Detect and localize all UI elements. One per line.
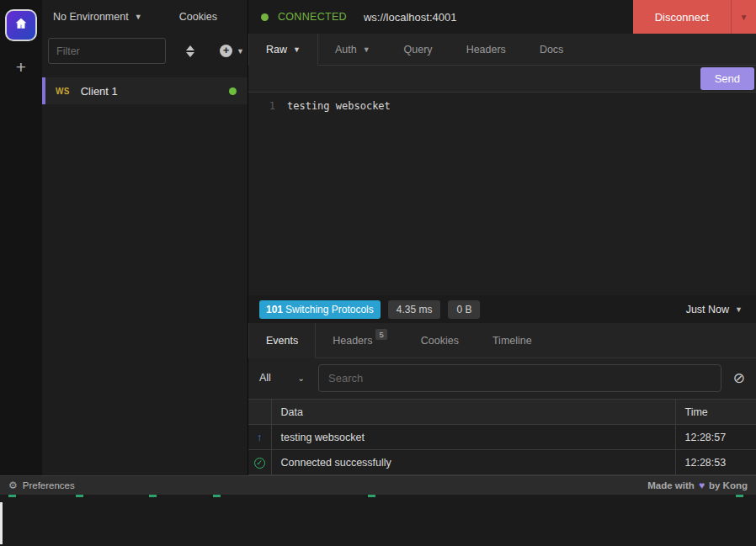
response-status-bar: 101Switching Protocols 4.35 ms 0 B Just …: [248, 295, 756, 323]
status-reason: Switching Protocols: [285, 304, 374, 315]
tab-timeline[interactable]: Timeline: [476, 323, 549, 358]
headers-count-badge: 5: [375, 329, 386, 340]
tab-label: Headers: [466, 44, 506, 56]
tab-label: Query: [404, 44, 433, 56]
terminal-window[interactable]: connecting: 4d69cf14-e565-4501-9ddc-e885…: [0, 495, 756, 546]
sort-up-icon: [186, 45, 194, 50]
chevron-down-icon: ▼: [363, 45, 370, 54]
chevron-down-icon: ▼: [740, 13, 748, 22]
environment-selector[interactable]: No Environment ▼: [53, 11, 142, 23]
time-column-header: Time: [675, 400, 756, 425]
clipped-terminal-text-fragment: [76, 495, 83, 497]
connected-dot-icon: [229, 87, 237, 95]
event-type-select[interactable]: All ⌄: [259, 372, 311, 384]
selected-filter: All: [259, 372, 271, 384]
plus-circle-icon: +: [220, 45, 232, 57]
send-button[interactable]: Send: [700, 67, 754, 90]
cookies-button[interactable]: Cookies: [179, 11, 217, 23]
url-bar: CONNECTED ws://localhost:4001 Disconnect…: [248, 0, 756, 34]
tab-label: Headers: [333, 335, 372, 347]
history-label: Just Now: [686, 304, 729, 315]
preferences-button[interactable]: ⚙ Preferences: [8, 480, 75, 491]
gear-icon: ⚙: [8, 480, 18, 491]
app-statusbar: ⚙ Preferences Made with ♥ by Kong: [0, 475, 756, 495]
response-tabs: Events Headers 5 Cookies Timeline: [248, 323, 756, 358]
chevron-down-icon: ▼: [237, 47, 244, 56]
tab-raw[interactable]: Raw ▼: [248, 34, 318, 66]
heart-icon: ♥: [699, 480, 705, 491]
event-time: 12:28:53: [675, 450, 756, 475]
clipped-terminal-text-fragment: [213, 495, 221, 497]
sidebar-header: No Environment ▼ Cookies: [42, 0, 248, 34]
response-history-dropdown[interactable]: Just Now ▼: [686, 304, 746, 315]
event-time: 12:28:57: [675, 425, 756, 450]
icon-column-header: [248, 400, 271, 425]
home-icon: [13, 16, 29, 34]
request-response-panel: CONNECTED ws://localhost:4001 Disconnect…: [248, 0, 756, 475]
tab-auth[interactable]: Auth ▼: [318, 34, 387, 65]
app-window: + No Environment ▼ Cookies + ▼: [0, 0, 756, 546]
kong-credit: Made with ♥ by Kong: [647, 480, 748, 491]
tab-label: Auth: [335, 44, 357, 56]
clipped-terminal-text-fragment: [8, 495, 16, 497]
clipped-terminal-text-fragment: [736, 495, 743, 497]
terminal-left-edge: [0, 502, 3, 544]
chevron-down-icon: ▼: [293, 45, 301, 54]
request-tabs: Raw ▼ Auth ▼ Query Headers Docs: [248, 34, 756, 66]
websocket-url[interactable]: ws://localhost:4001: [364, 11, 457, 24]
tab-response-headers[interactable]: Headers 5: [316, 323, 404, 358]
event-data: Connected successfully: [271, 450, 675, 475]
disconnect-dropdown-button[interactable]: ▼: [731, 0, 756, 34]
preferences-label: Preferences: [23, 480, 75, 490]
tab-docs[interactable]: Docs: [523, 34, 580, 65]
data-column-header: Data: [271, 400, 675, 425]
credit-suffix: by Kong: [709, 480, 748, 490]
ws-method-badge: WS: [56, 87, 70, 96]
connection-status-label: CONNECTED: [278, 11, 347, 23]
clipped-terminal-text-fragment: [149, 495, 157, 497]
events-table: Data Time ↑ testing websocket 12:28:57 ✓…: [248, 399, 756, 475]
connected-check-circle-icon: ✓: [254, 458, 265, 469]
disconnect-split-button: Disconnect ▼: [633, 0, 756, 34]
event-data: testing websocket: [271, 425, 675, 450]
clipped-terminal-text-fragment: [368, 495, 375, 497]
tab-query[interactable]: Query: [387, 34, 450, 65]
create-request-button[interactable]: + ▼: [220, 45, 244, 57]
status-code-badge: 101Switching Protocols: [259, 300, 381, 319]
sort-button[interactable]: [186, 45, 194, 57]
tab-events[interactable]: Events: [248, 323, 316, 358]
disconnect-button[interactable]: Disconnect: [633, 0, 731, 34]
chevron-down-icon: ⌄: [298, 374, 305, 383]
tab-headers[interactable]: Headers: [450, 34, 523, 65]
sidebar-filter-row: + ▼: [42, 34, 248, 68]
tab-label: Cookies: [421, 335, 459, 347]
table-row[interactable]: ✓ Connected successfully 12:28:53: [248, 450, 756, 475]
message-editor[interactable]: 1 testing websocket: [248, 93, 756, 295]
chevron-down-icon: ▼: [735, 305, 743, 314]
new-project-button[interactable]: +: [16, 58, 26, 76]
credit-prefix: Made with: [647, 480, 695, 490]
main-content: + No Environment ▼ Cookies + ▼: [0, 0, 756, 475]
message-sent-arrow-up-icon: ↑: [257, 431, 263, 443]
tab-label: Docs: [540, 44, 563, 56]
sidebar-item-client-1[interactable]: WS Client 1: [42, 77, 248, 104]
editor-content: testing websocket: [287, 100, 391, 295]
sidebar: No Environment ▼ Cookies + ▼ WS Client 1: [42, 0, 248, 475]
clear-events-icon[interactable]: ⊘: [733, 371, 745, 385]
size-badge: 0 B: [448, 300, 480, 319]
sort-down-icon: [186, 52, 194, 57]
table-header-row: Data Time: [248, 400, 756, 425]
plus-icon: +: [16, 57, 26, 77]
line-number: 1: [248, 100, 287, 295]
tab-label: Timeline: [492, 335, 532, 347]
connection-status-dot-icon: [261, 13, 269, 21]
home-button[interactable]: [5, 9, 37, 41]
tab-cookies[interactable]: Cookies: [404, 323, 476, 358]
chevron-down-icon: ▼: [135, 13, 142, 21]
search-input[interactable]: [318, 364, 721, 392]
table-row[interactable]: ↑ testing websocket 12:28:57: [248, 425, 756, 450]
filter-input[interactable]: [48, 38, 166, 64]
request-name: Client 1: [81, 85, 218, 98]
tab-label: Events: [266, 335, 298, 347]
send-row: Send: [248, 66, 756, 93]
